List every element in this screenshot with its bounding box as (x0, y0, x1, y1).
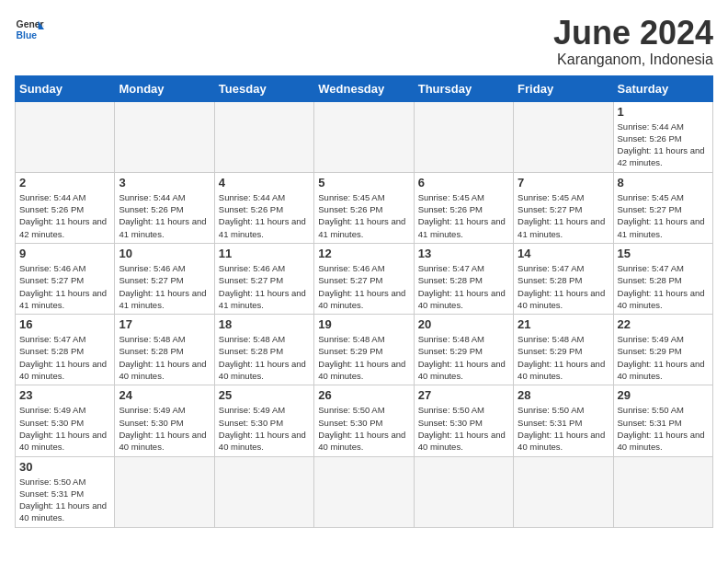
day-number: 11 (219, 247, 310, 260)
day-number: 1 (618, 105, 709, 119)
calendar-day-cell (115, 101, 214, 172)
day-info: Sunrise: 5:47 AM Sunset: 5:28 PM Dayligh… (19, 333, 110, 382)
day-number: 22 (618, 317, 709, 331)
calendar-day-cell: 22Sunrise: 5:49 AM Sunset: 5:29 PM Dayli… (613, 315, 712, 385)
day-info: Sunrise: 5:48 AM Sunset: 5:29 PM Dayligh… (318, 333, 409, 382)
day-number: 25 (219, 388, 310, 402)
calendar-table: Sunday Monday Tuesday Wednesday Thursday… (15, 75, 713, 528)
day-number: 24 (119, 388, 210, 402)
calendar-day-cell: 30Sunrise: 5:50 AM Sunset: 5:31 PM Dayli… (16, 456, 115, 527)
day-info: Sunrise: 5:50 AM Sunset: 5:31 PM Dayligh… (618, 404, 709, 453)
calendar-day-cell (214, 456, 313, 527)
day-info: Sunrise: 5:47 AM Sunset: 5:28 PM Dayligh… (518, 262, 609, 311)
day-number: 29 (618, 388, 709, 402)
calendar-day-cell: 5Sunrise: 5:45 AM Sunset: 5:26 PM Daylig… (314, 172, 414, 243)
calendar-day-cell: 16Sunrise: 5:47 AM Sunset: 5:28 PM Dayli… (16, 315, 115, 385)
calendar-day-cell (414, 101, 513, 172)
day-number: 14 (518, 247, 609, 260)
week-row-1: 1Sunrise: 5:44 AM Sunset: 5:26 PM Daylig… (16, 101, 713, 172)
calendar-day-cell: 18Sunrise: 5:48 AM Sunset: 5:28 PM Dayli… (214, 315, 313, 385)
day-info: Sunrise: 5:46 AM Sunset: 5:27 PM Dayligh… (219, 262, 310, 311)
day-info: Sunrise: 5:44 AM Sunset: 5:26 PM Dayligh… (19, 191, 110, 240)
day-number: 12 (318, 247, 409, 260)
day-number: 2 (19, 176, 110, 190)
day-number: 4 (219, 176, 310, 190)
day-info: Sunrise: 5:44 AM Sunset: 5:26 PM Dayligh… (618, 121, 709, 169)
calendar-day-cell: 10Sunrise: 5:46 AM Sunset: 5:27 PM Dayli… (115, 243, 214, 314)
calendar-day-cell: 6Sunrise: 5:45 AM Sunset: 5:26 PM Daylig… (414, 172, 513, 243)
day-info: Sunrise: 5:48 AM Sunset: 5:29 PM Dayligh… (418, 333, 509, 382)
calendar-day-cell: 17Sunrise: 5:48 AM Sunset: 5:28 PM Dayli… (115, 315, 214, 385)
week-row-5: 23Sunrise: 5:49 AM Sunset: 5:30 PM Dayli… (16, 385, 713, 456)
day-number: 26 (318, 388, 409, 402)
day-number: 15 (618, 247, 709, 260)
day-info: Sunrise: 5:50 AM Sunset: 5:30 PM Dayligh… (318, 404, 409, 453)
calendar-day-cell: 20Sunrise: 5:48 AM Sunset: 5:29 PM Dayli… (414, 315, 513, 385)
day-info: Sunrise: 5:49 AM Sunset: 5:29 PM Dayligh… (618, 333, 709, 382)
day-number: 17 (119, 317, 210, 331)
day-info: Sunrise: 5:50 AM Sunset: 5:31 PM Dayligh… (19, 476, 110, 524)
header-wednesday: Wednesday (314, 75, 414, 101)
header-monday: Monday (115, 75, 214, 101)
week-row-4: 16Sunrise: 5:47 AM Sunset: 5:28 PM Dayli… (16, 315, 713, 385)
header-thursday: Thursday (414, 75, 513, 101)
day-info: Sunrise: 5:47 AM Sunset: 5:28 PM Dayligh… (418, 262, 509, 311)
day-number: 5 (318, 176, 409, 190)
calendar-day-cell (115, 456, 214, 527)
calendar-day-cell (514, 456, 613, 527)
day-info: Sunrise: 5:48 AM Sunset: 5:28 PM Dayligh… (219, 333, 310, 382)
day-number: 21 (518, 317, 609, 331)
calendar-day-cell: 8Sunrise: 5:45 AM Sunset: 5:27 PM Daylig… (613, 172, 712, 243)
week-row-3: 9Sunrise: 5:46 AM Sunset: 5:27 PM Daylig… (16, 243, 713, 314)
day-info: Sunrise: 5:49 AM Sunset: 5:30 PM Dayligh… (19, 404, 110, 453)
day-number: 9 (19, 247, 110, 260)
header-friday: Friday (514, 75, 613, 101)
month-title: June 2024 (553, 15, 713, 52)
day-number: 16 (19, 317, 110, 331)
week-row-6: 30Sunrise: 5:50 AM Sunset: 5:31 PM Dayli… (16, 456, 713, 527)
calendar-day-cell: 28Sunrise: 5:50 AM Sunset: 5:31 PM Dayli… (514, 385, 613, 456)
day-info: Sunrise: 5:44 AM Sunset: 5:26 PM Dayligh… (219, 191, 310, 240)
day-number: 28 (518, 388, 609, 402)
day-number: 6 (418, 176, 509, 190)
calendar-day-cell: 15Sunrise: 5:47 AM Sunset: 5:28 PM Dayli… (613, 243, 712, 314)
day-number: 20 (418, 317, 509, 331)
day-number: 23 (19, 388, 110, 402)
weekday-header-row: Sunday Monday Tuesday Wednesday Thursday… (16, 75, 713, 101)
calendar-day-cell: 21Sunrise: 5:48 AM Sunset: 5:29 PM Dayli… (514, 315, 613, 385)
calendar-day-cell: 29Sunrise: 5:50 AM Sunset: 5:31 PM Dayli… (613, 385, 712, 456)
calendar-day-cell: 24Sunrise: 5:49 AM Sunset: 5:30 PM Dayli… (115, 385, 214, 456)
calendar-day-cell (613, 456, 712, 527)
svg-text:Blue: Blue (17, 30, 38, 40)
calendar-day-cell: 9Sunrise: 5:46 AM Sunset: 5:27 PM Daylig… (16, 243, 115, 314)
calendar-day-cell: 27Sunrise: 5:50 AM Sunset: 5:30 PM Dayli… (414, 385, 513, 456)
day-info: Sunrise: 5:45 AM Sunset: 5:27 PM Dayligh… (518, 191, 609, 240)
calendar-day-cell (314, 101, 414, 172)
calendar-day-cell (414, 456, 513, 527)
calendar-day-cell: 19Sunrise: 5:48 AM Sunset: 5:29 PM Dayli… (314, 315, 414, 385)
day-number: 27 (418, 388, 509, 402)
calendar-day-cell: 11Sunrise: 5:46 AM Sunset: 5:27 PM Dayli… (214, 243, 313, 314)
calendar-day-cell: 12Sunrise: 5:46 AM Sunset: 5:27 PM Dayli… (314, 243, 414, 314)
day-info: Sunrise: 5:49 AM Sunset: 5:30 PM Dayligh… (119, 404, 210, 453)
day-number: 10 (119, 247, 210, 260)
day-info: Sunrise: 5:45 AM Sunset: 5:26 PM Dayligh… (318, 191, 409, 240)
header-sunday: Sunday (16, 75, 115, 101)
day-number: 7 (518, 176, 609, 190)
calendar-day-cell: 25Sunrise: 5:49 AM Sunset: 5:30 PM Dayli… (214, 385, 313, 456)
day-info: Sunrise: 5:48 AM Sunset: 5:28 PM Dayligh… (119, 333, 210, 382)
title-block: June 2024 Karanganom, Indonesia (553, 15, 713, 68)
calendar-day-cell: 4Sunrise: 5:44 AM Sunset: 5:26 PM Daylig… (214, 172, 313, 243)
calendar-day-cell: 2Sunrise: 5:44 AM Sunset: 5:26 PM Daylig… (16, 172, 115, 243)
week-row-2: 2Sunrise: 5:44 AM Sunset: 5:26 PM Daylig… (16, 172, 713, 243)
day-number: 8 (618, 176, 709, 190)
day-info: Sunrise: 5:45 AM Sunset: 5:27 PM Dayligh… (618, 191, 709, 240)
day-info: Sunrise: 5:45 AM Sunset: 5:26 PM Dayligh… (418, 191, 509, 240)
calendar-day-cell: 3Sunrise: 5:44 AM Sunset: 5:26 PM Daylig… (115, 172, 214, 243)
day-info: Sunrise: 5:44 AM Sunset: 5:26 PM Dayligh… (119, 191, 210, 240)
day-info: Sunrise: 5:46 AM Sunset: 5:27 PM Dayligh… (318, 262, 409, 311)
calendar-day-cell (16, 101, 115, 172)
day-number: 18 (219, 317, 310, 331)
calendar-day-cell (514, 101, 613, 172)
day-info: Sunrise: 5:46 AM Sunset: 5:27 PM Dayligh… (119, 262, 210, 311)
